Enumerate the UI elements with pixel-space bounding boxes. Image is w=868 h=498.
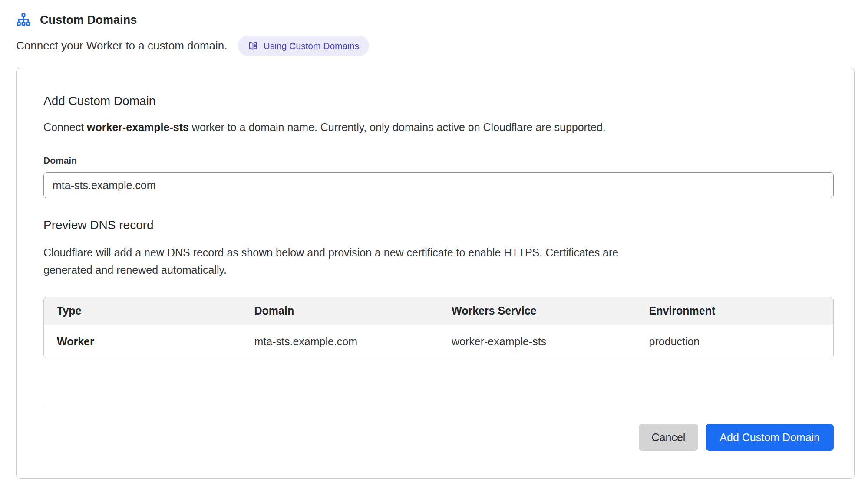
cell-workers-service: worker-example-sts — [439, 325, 636, 358]
footer-divider — [43, 409, 834, 409]
column-header-environment: Environment — [636, 297, 834, 325]
table-header-row: Type Domain Workers Service Environment — [44, 297, 833, 325]
add-custom-domain-button[interactable]: Add Custom Domain — [706, 424, 834, 451]
preview-dns-heading: Preview DNS record — [43, 218, 834, 232]
cell-type: Worker — [44, 325, 241, 358]
table-row: Worker mta-sts.example.com worker-exampl… — [44, 325, 833, 358]
cancel-button[interactable]: Cancel — [639, 424, 699, 451]
preview-dns-description: Cloudflare will add a new DNS record as … — [43, 244, 834, 278]
page-subtitle: Connect your Worker to a custom domain. — [16, 39, 228, 52]
card-actions: Cancel Add Custom Domain — [43, 424, 834, 451]
column-header-workers-service: Workers Service — [439, 297, 636, 325]
domain-input[interactable] — [43, 172, 834, 198]
cell-environment: production — [636, 325, 834, 358]
docs-badge-link[interactable]: Using Custom Domains — [238, 36, 370, 56]
preview-description-line-2: generated and renewed automatically. — [43, 261, 834, 278]
sitemap-icon — [16, 13, 31, 27]
card-description: Connect worker-example-sts worker to a d… — [43, 121, 834, 134]
cell-domain: mta-sts.example.com — [241, 325, 439, 358]
card-heading: Add Custom Domain — [43, 94, 834, 108]
column-header-domain: Domain — [241, 297, 439, 325]
docs-badge-label: Using Custom Domains — [264, 41, 360, 51]
page-header: Custom Domains — [16, 13, 855, 27]
page-title: Custom Domains — [40, 13, 137, 27]
description-suffix: worker to a domain name. Currently, only… — [189, 121, 606, 133]
preview-description-line-1: Cloudflare will add a new DNS record as … — [43, 244, 834, 261]
worker-name: worker-example-sts — [87, 121, 189, 133]
description-prefix: Connect — [43, 121, 87, 133]
domain-field-label: Domain — [43, 155, 834, 166]
column-header-type: Type — [44, 297, 241, 325]
add-custom-domain-card: Add Custom Domain Connect worker-example… — [16, 68, 855, 479]
open-book-icon — [248, 41, 258, 51]
dns-preview-table: Type Domain Workers Service Environment … — [43, 297, 834, 358]
